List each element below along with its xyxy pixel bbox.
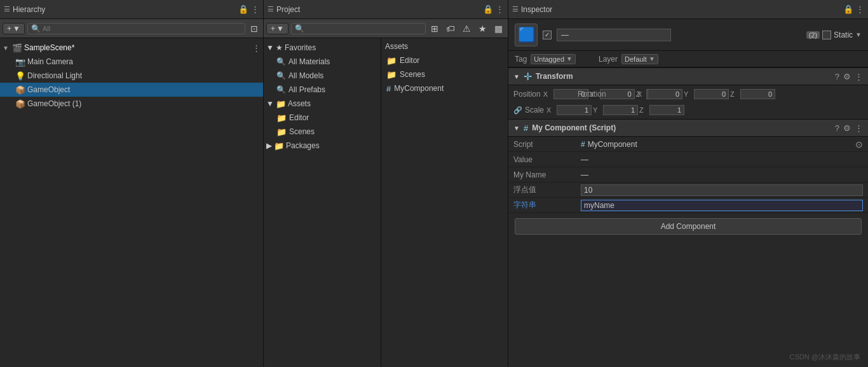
- project-filter-btn[interactable]: ▦: [492, 22, 505, 35]
- project-lock-icon[interactable]: 🔒: [483, 4, 493, 14]
- project-kebab-icon[interactable]: ⋮: [496, 4, 504, 14]
- project-left-tree: ▼ ★ Favorites 🔍 All Materials 🔍 All Mode…: [264, 38, 381, 367]
- project-menu-icon[interactable]: ☰: [268, 5, 274, 13]
- object-cube-icon: 🟦: [518, 27, 535, 43]
- add-component-button[interactable]: Add Component: [515, 218, 862, 235]
- scene-menu-icon[interactable]: ⋮: [252, 43, 261, 53]
- hierarchy-kebab-icon[interactable]: ⋮: [251, 4, 259, 14]
- project-right-mycomponent[interactable]: # MyComponent: [385, 81, 504, 95]
- project-right-editor[interactable]: 📁 Editor: [385, 53, 504, 67]
- rotation-y-input[interactable]: [694, 89, 729, 99]
- string-field-row: 字符串: [508, 198, 868, 213]
- scale-z-input[interactable]: [649, 105, 684, 115]
- inspector-lock-icon[interactable]: 🔒: [843, 4, 853, 14]
- script-circle-btn[interactable]: ⊙: [855, 139, 863, 149]
- hierarchy-filter-button[interactable]: ⊡: [248, 22, 261, 35]
- hierarchy-add-button[interactable]: + ▼: [3, 23, 25, 34]
- hierarchy-search-box[interactable]: 🔍: [27, 23, 245, 34]
- object-name-input[interactable]: [557, 29, 671, 41]
- favorites-section[interactable]: ▼ ★ Favorites: [264, 41, 381, 55]
- mycomponent-help-icon[interactable]: ?: [835, 123, 839, 133]
- hierarchy-toolbar: + ▼ 🔍 ⊡: [0, 19, 263, 38]
- rotation-x-input[interactable]: [648, 89, 682, 99]
- tag-layer-row: Tag Untagged ▼ Layer Default ▼: [508, 51, 868, 67]
- scale-link-icon: 🔗: [513, 106, 522, 114]
- mycomponent-header[interactable]: ▼ # My Component (Script) ? ⚙ ⋮: [508, 119, 868, 137]
- hierarchy-item-main-camera[interactable]: 📷 Main Camera: [0, 55, 263, 69]
- project-warn-btn[interactable]: ⚠: [460, 22, 473, 35]
- project-all-prefabs[interactable]: 🔍 All Prefabs: [264, 83, 381, 97]
- packages-label: Packages: [286, 141, 320, 150]
- rotation-x-label: X: [637, 90, 646, 98]
- hierarchy-scene-root[interactable]: ▼ 🎬 SampleScene* ⋮: [0, 41, 263, 55]
- layer-dropdown[interactable]: Default ▼: [621, 54, 658, 64]
- inspector-top-bar: 🟦 ✓ (2) Static ▼: [508, 19, 868, 51]
- scale-y-input[interactable]: [603, 105, 638, 115]
- editor-folder-label: Editor: [289, 113, 309, 122]
- hierarchy-search-input[interactable]: [43, 25, 241, 32]
- float-field-input[interactable]: [581, 184, 863, 196]
- all-prefabs-label: All Prefabs: [288, 85, 325, 94]
- string-field-input[interactable]: [581, 200, 863, 211]
- project-editor-folder[interactable]: 📁 Editor: [264, 111, 381, 125]
- layer-value: Default: [625, 55, 647, 63]
- scale-label: 🔗 Scale: [513, 106, 544, 114]
- light-icon: 💡: [15, 71, 25, 81]
- transform-component-header[interactable]: ▼ ✛ Transform ? ⚙ ⋮: [508, 67, 868, 85]
- packages-section[interactable]: ▶ 📁 Packages: [264, 139, 381, 153]
- scale-y-label: Y: [593, 106, 602, 114]
- assets-section[interactable]: ▼ 📁 Assets: [264, 97, 381, 111]
- tag-dropdown[interactable]: Untagged ▼: [531, 54, 576, 64]
- mycomponent-settings-icon[interactable]: ⚙: [843, 123, 851, 133]
- scale-z-label: Z: [639, 106, 648, 114]
- gameobject-label: GameObject: [27, 85, 70, 94]
- mycomponent-kebab-icon[interactable]: ⋮: [855, 123, 863, 133]
- gameobject1-icon: 📦: [15, 99, 25, 109]
- project-right-scenes[interactable]: 📁 Scenes: [385, 67, 504, 81]
- scale-x-input[interactable]: [557, 105, 592, 115]
- hierarchy-item-gameobject[interactable]: 📦 GameObject: [0, 83, 263, 97]
- project-toolbar: + ▼ 🔍 ⊞ 🏷 ⚠ ★ ▦: [264, 19, 508, 38]
- static-checkbox[interactable]: [822, 31, 831, 39]
- hierarchy-search-icon: 🔍: [31, 24, 41, 33]
- project-search-box[interactable]: 🔍: [291, 23, 426, 34]
- directional-light-label: Directional Light: [27, 71, 82, 80]
- transform-help-icon[interactable]: ?: [835, 72, 839, 81]
- all-materials-label: All Materials: [288, 57, 330, 66]
- packages-folder-icon: 📁: [274, 141, 284, 151]
- hierarchy-item-directional-light[interactable]: 💡 Directional Light: [0, 69, 263, 83]
- project-scenes-folder[interactable]: 📁 Scenes: [264, 125, 381, 139]
- project-all-models[interactable]: 🔍 All Models: [264, 69, 381, 83]
- right-scenes-label: Scenes: [400, 70, 425, 79]
- project-search-input[interactable]: [306, 25, 422, 32]
- hierarchy-menu-icon[interactable]: ☰: [4, 5, 10, 13]
- hierarchy-lock-icon[interactable]: 🔒: [238, 4, 248, 14]
- right-editor-label: Editor: [400, 56, 419, 65]
- inspector-menu-icon[interactable]: ☰: [512, 5, 519, 13]
- object-active-checkbox[interactable]: ✓: [543, 31, 552, 39]
- myname-field-value: —: [581, 170, 863, 179]
- right-mycomponent-label: MyComponent: [394, 84, 444, 93]
- project-view-btn1[interactable]: ⊞: [428, 22, 441, 35]
- transform-title: Transform: [536, 72, 831, 81]
- rotation-z-input[interactable]: [740, 89, 775, 99]
- project-all-materials[interactable]: 🔍 All Materials: [264, 55, 381, 69]
- hierarchy-item-gameobject-1[interactable]: 📦 GameObject (1): [0, 97, 263, 111]
- layer-arrow-icon: ▼: [649, 55, 655, 62]
- project-star-btn[interactable]: ★: [476, 22, 489, 35]
- project-add-button[interactable]: + ▼: [266, 23, 288, 34]
- inspector-kebab-icon[interactable]: ⋮: [856, 4, 864, 14]
- rotation-label: Rotation: [578, 90, 635, 99]
- assets-arrow: ▼: [266, 99, 274, 108]
- transform-settings-icon[interactable]: ⚙: [843, 72, 851, 81]
- static-dropdown-arrow[interactable]: ▼: [855, 31, 862, 38]
- assets-label: Assets: [288, 99, 311, 108]
- script-field-label: Script: [513, 140, 577, 149]
- camera-icon: 📷: [15, 57, 25, 67]
- transform-kebab-icon[interactable]: ⋮: [855, 72, 863, 81]
- favorites-arrow: ▼: [266, 43, 274, 52]
- right-script-icon: #: [386, 84, 391, 93]
- layer-label: Layer: [599, 55, 618, 64]
- project-view-btn2[interactable]: 🏷: [444, 22, 458, 35]
- myname-field-label: My Name: [513, 170, 577, 179]
